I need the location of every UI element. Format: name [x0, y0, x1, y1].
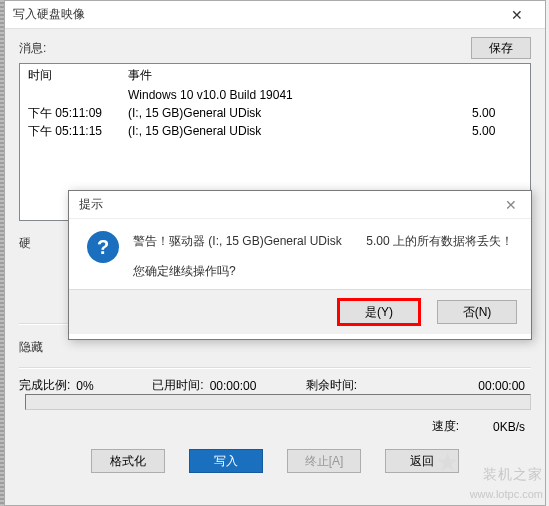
speed-label: 速度: — [432, 418, 459, 435]
back-button[interactable]: 返回 — [385, 449, 459, 473]
format-button[interactable]: 格式化 — [91, 449, 165, 473]
close-icon[interactable]: ✕ — [501, 197, 521, 213]
elapsed-value: 00:00:00 — [210, 379, 300, 393]
dialog-title: 提示 — [79, 196, 501, 213]
message-label: 消息: — [19, 40, 471, 57]
hidden-label: 隐藏 — [19, 339, 103, 356]
col-event: 事件 — [128, 66, 152, 84]
window-title: 写入硬盘映像 — [13, 6, 497, 23]
dialog-body: ? 警告！驱动器 (I:, 15 GB)General UDisk 5.00 上… — [69, 219, 531, 289]
elapsed-label: 已用时间: — [152, 377, 203, 394]
log-body: Windows 10 v10.0 Build 19041 下午 05:11:09… — [28, 86, 522, 140]
progress-bar — [25, 394, 531, 410]
yes-button[interactable]: 是(Y) — [339, 300, 419, 324]
no-button[interactable]: 否(N) — [437, 300, 517, 324]
speed-value: 0KB/s — [465, 420, 525, 434]
message-row: 消息: 保存 — [19, 37, 531, 59]
prompt-dialog: 提示 ✕ ? 警告！驱动器 (I:, 15 GB)General UDisk 5… — [68, 190, 532, 340]
dialog-titlebar: 提示 ✕ — [69, 191, 531, 219]
col-time: 时间 — [28, 66, 128, 84]
speed-row: 速度: 0KB/s — [19, 418, 531, 435]
write-button[interactable]: 写入 — [189, 449, 263, 473]
log-time: 下午 05:11:09 — [28, 104, 128, 122]
log-time: 下午 05:11:15 — [28, 122, 128, 140]
warning-text-a: 警告！驱动器 (I:, 15 GB)General UDisk — [133, 231, 350, 251]
ratio-value: 0% — [76, 379, 146, 393]
remain-value: 00:00:00 — [363, 379, 525, 393]
separator — [19, 367, 531, 369]
ratio-label: 完成比例: — [19, 377, 70, 394]
button-row: 格式化 写入 终止[A] 返回 — [19, 449, 531, 473]
warning-text-b: 5.00 上的所有数据将丢失！ — [366, 231, 513, 251]
confirm-text: 您确定继续操作吗? — [133, 261, 513, 281]
log-event: (I:, 15 GB)General UDisk — [128, 104, 472, 122]
dialog-text: 警告！驱动器 (I:, 15 GB)General UDisk 5.00 上的所… — [133, 231, 513, 281]
close-icon[interactable]: ✕ — [497, 1, 537, 29]
remain-label: 剩余时间: — [306, 377, 357, 394]
log-row: 下午 05:11:09 (I:, 15 GB)General UDisk 5.0… — [28, 104, 522, 122]
log-line-build: Windows 10 v10.0 Build 19041 — [28, 86, 522, 104]
log-value: 5.00 — [472, 104, 522, 122]
question-icon: ? — [87, 231, 119, 263]
titlebar: 写入硬盘映像 ✕ — [5, 1, 545, 29]
stop-button[interactable]: 终止[A] — [287, 449, 361, 473]
progress-row: 完成比例: 0% 已用时间: 00:00:00 剩余时间: 00:00:00 — [19, 377, 531, 394]
log-value: 5.00 — [472, 122, 522, 140]
log-event: (I:, 15 GB)General UDisk — [128, 122, 472, 140]
dialog-buttons: 是(Y) 否(N) — [69, 289, 531, 334]
log-row: 下午 05:11:15 (I:, 15 GB)General UDisk 5.0… — [28, 122, 522, 140]
log-header: 时间 事件 — [28, 66, 522, 84]
save-button[interactable]: 保存 — [471, 37, 531, 59]
